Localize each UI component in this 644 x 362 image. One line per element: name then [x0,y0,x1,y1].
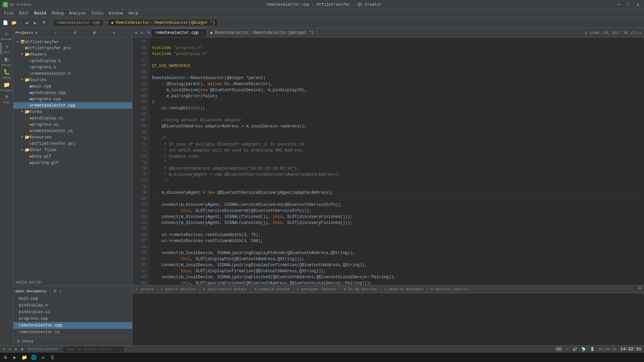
toolbar-nav-more[interactable]: ▼ [40,19,48,27]
bottom-tab-debugger[interactable]: 5 Debugger Console [293,285,340,293]
panel-expand-btn[interactable]: ⊞ [93,30,111,36]
taskbar-qt[interactable]: Q [48,353,56,361]
taskbar-browser[interactable]: 🌐 [30,353,38,361]
menu-window[interactable]: Window [106,10,126,16]
tree-item[interactable]: ▼📂 Forms [13,109,132,115]
tree-item[interactable]: ▼📂 Other files [13,147,132,153]
bottom-tab-vcs[interactable]: 8 Version Control [428,285,472,293]
tree-item[interactable]: ◼ remoteselector.cpp [13,102,132,109]
tree-item[interactable]: ◈ pindisplay.ui [13,115,132,121]
open-docs-close-btn[interactable]: ✕ [58,288,62,295]
open-doc-item[interactable]: pindisplay.h [13,302,132,309]
tree-item[interactable]: ▼📂 Headers [13,51,132,58]
panel-filter-btn[interactable]: ⚙ [35,30,53,36]
open-doc-item[interactable]: progress.cpp [13,315,132,322]
tree-item[interactable]: ▼📦 btfiletransfer [13,39,132,45]
tree-item[interactable]: ▼📂 Resources [13,134,132,140]
open-doc-item[interactable]: remoteselector.cpp [13,322,132,329]
tree-file-icon: ◼ [30,97,32,102]
editor-tab-function[interactable]: ◆ RemoteSelector::RemoteSelector(QWidget… [207,28,318,37]
status-run-icon[interactable]: ▶ [9,347,11,351]
taskbar-mail[interactable]: ✉ [39,353,47,361]
tree-arrow-icon: ▼ [19,148,25,152]
status-run-alt[interactable]: ▶ [21,347,24,351]
open-docs-sort-btn[interactable]: ↕ [48,288,52,295]
close-button[interactable]: ✕ [635,1,641,8]
panel-collapse-btn[interactable]: ⊟ [73,30,92,36]
status-debug-icon[interactable]: ▶ [15,347,17,351]
status-build-icon[interactable]: ⚙ [3,347,5,351]
tree-file-icon: 📂 [25,52,30,57]
tree-item[interactable]: ◉ pairing.gif [13,160,132,166]
toolbar-nav-forward[interactable]: ▶ [31,19,39,27]
line-number: 89 [134,250,146,256]
open-doc-item[interactable]: pindisplay.ui [13,309,132,315]
maximize-button[interactable]: □ [625,1,632,8]
taskbar-files[interactable]: 📁 [20,353,28,361]
bottom-tab-compile[interactable]: 4 Compile Output [251,285,293,293]
tree-item[interactable]: ◼ main.cpp [13,83,132,89]
open-docs-close-all-btn[interactable]: ⊠ [53,288,57,295]
menu-analyze[interactable]: Analyze [66,10,89,16]
line-numbers: 5455565758596061626364656667686970717273… [132,38,149,285]
sidebar-projects[interactable]: 📁 Projects [1,80,13,93]
sidebar-debug[interactable]: 🐛 Debug [1,68,13,80]
tree-item[interactable]: ◉ busy.gif [13,153,132,160]
code-line: connect(m_localDevice, SIGNAL(pairingDis… [152,250,641,256]
tree-item[interactable]: ◻ progress.h [13,64,132,70]
current-function-tab[interactable]: ◆ RemoteSelector::RemoteSelector(QWidget… [108,19,218,26]
minimize-button[interactable]: ─ [615,1,622,8]
open-doc-item[interactable]: remoteselector.ui [13,329,132,336]
tab-close-x[interactable]: ✕ [105,20,107,25]
bottom-tab-general[interactable]: 7 General Messages [381,285,428,293]
taskbar-start[interactable]: ⊞ [1,353,9,361]
sidebar-welcome[interactable]: ⌂ Welcome [1,29,13,42]
bottom-tab-search[interactable]: 2 Search Results [157,285,200,293]
panel-sync-btn[interactable]: ↕ [54,30,72,36]
code-editor[interactable]: 5455565758596061626364656667686970717273… [132,38,644,285]
toolbar-new-file[interactable]: 📄 [1,19,9,27]
panel-close-btn[interactable]: ✕ [112,30,130,36]
tree-item[interactable]: ◼ progress.cpp [13,96,132,102]
tree-item-label: busy.gif [32,154,51,159]
sidebar-edit[interactable]: ✎ Edit [1,42,13,54]
menu-edit[interactable]: Edit [16,10,32,16]
tree-item[interactable]: ◇ btfiletransfer.qrc [13,140,132,147]
tab-label-2: RemoteSelector::RemoteSelector(QWidget *… [215,31,314,35]
sidebar-help[interactable]: ? Help [1,93,13,105]
toolbar-nav-back[interactable]: ◀ [22,19,31,27]
status-type-locate[interactable]: Type to locate (Ctrl+...) [63,346,124,352]
tree-item-label: remoteselector.h [32,71,70,76]
tab-nav-prev[interactable]: ◀ [132,28,139,37]
bottom-panel-collapse[interactable]: ▲ [636,285,644,293]
bottom-tab-todo[interactable]: 6 To-Do Entries [340,285,381,293]
bottom-tab-app-output[interactable]: 3 Application Output [200,285,251,293]
tab-nav-next[interactable]: ▶ [139,28,145,37]
taskbar-terminal[interactable]: ▶ [11,353,19,361]
menu-tools[interactable]: Tools [89,10,106,16]
code-content[interactable]: #include "progress.h"#include "pindispla… [149,38,644,285]
tree-item[interactable]: ◻ remoteselector.h [13,70,132,77]
open-doc-item[interactable]: main.cpp [13,295,132,302]
tree-item[interactable]: ▼📂 Sources [13,77,132,83]
tree-item[interactable]: ◈ progress.ui [13,121,132,128]
toolbar-open[interactable]: 📂 [10,19,18,27]
tree-item[interactable]: ◻ pindisplay.h [13,58,132,64]
tab-close-1[interactable]: ✕ [201,31,203,35]
bottom-tab-issues[interactable]: 1 Issues [132,285,157,293]
tree-item-label: Other files [30,148,56,153]
tab-nav-menu[interactable]: ▼ [145,28,152,37]
sidebar-design[interactable]: ◧ Design [1,55,13,67]
current-file-tab[interactable]: remoteselector.cpp [54,19,103,26]
menu-help[interactable]: Help [126,10,141,16]
welcome-icon: ⌂ [5,31,8,37]
editor-tab-remoteselector-cpp[interactable]: remoteselector.cpp ✕ [152,28,207,37]
tree-item[interactable]: ◼ pindisplay.cpp [13,89,132,96]
tree-item[interactable]: ■ btfiletransfer.pro [13,45,132,51]
menu-build[interactable]: Build [32,10,49,16]
menu-file[interactable]: File [1,10,16,16]
menu-debug[interactable]: Debug [49,10,66,16]
tree-item[interactable]: ◈ remoteselector.ui [13,128,132,134]
tree-file-icon: ■ [25,46,27,51]
line-number: 57 [134,57,146,63]
